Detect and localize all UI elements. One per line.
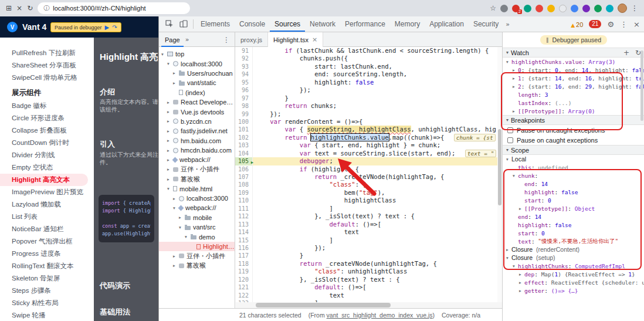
- sidebar-item[interactable]: Progress 进度条: [0, 248, 94, 260]
- close-tab-icon[interactable]: ×: [16, 5, 22, 12]
- chevron-closed-icon[interactable]: ▸: [173, 263, 178, 268]
- sidebar-item[interactable]: SwipeCell 滑动单元格: [0, 72, 94, 84]
- add-watch-icon[interactable]: +: [623, 49, 629, 57]
- watch-row[interactable]: ▸1: {start: 14, end: 16, highlight: true…: [503, 74, 644, 82]
- tree-item[interactable]: ▸React Developer Tools: [159, 97, 235, 107]
- scope-row[interactable]: ▾highlightChunks: ComputedRefImpl: [503, 262, 644, 270]
- code-line[interactable]: 102 return highlightChunks.value.map((ch…: [235, 134, 502, 141]
- sidebar-item[interactable]: Badge 徽标: [0, 100, 94, 112]
- tab-network[interactable]: Network: [305, 16, 340, 32]
- chevron-open-icon[interactable]: ▾: [506, 157, 511, 162]
- chevron-open-icon[interactable]: ▾: [513, 173, 518, 178]
- code-line[interactable]: 94 end: sourceString.length,: [235, 70, 502, 78]
- extension-icon[interactable]: [524, 5, 531, 12]
- inspect-element-icon[interactable]: [165, 20, 174, 28]
- scope-row[interactable]: ▸getter: ()=> {…}: [503, 286, 644, 295]
- line-number[interactable]: 105: [235, 157, 253, 165]
- code-line[interactable]: 120 }, _isSlot(text) ? text : {: [235, 276, 502, 283]
- navigator-tab-page[interactable]: Page: [161, 32, 184, 47]
- browser-menu-icon[interactable]: ⋮: [631, 5, 638, 12]
- line-number[interactable]: 114: [235, 228, 253, 236]
- code-line[interactable]: 97 }: [235, 94, 502, 102]
- line-number[interactable]: 101: [235, 126, 253, 133]
- code-line[interactable]: 91 if (lastChunk && lastChunk.end < sour…: [235, 47, 502, 55]
- chevron-down-icon[interactable]: ▾: [506, 147, 509, 153]
- line-number[interactable]: 113: [235, 221, 253, 228]
- sidebar-item[interactable]: NoticeBar 通知栏: [0, 223, 94, 235]
- tree-item[interactable]: ▾vant/src: [159, 222, 235, 232]
- scope-row[interactable]: text: "慢慢来,不要急,生活给你出了": [503, 237, 644, 245]
- sidebar-item[interactable]: ShareSheet 分享面板: [0, 59, 94, 72]
- tree-item[interactable]: ▸localhost:3000: [159, 194, 235, 203]
- sidebar-item[interactable]: Steps 步骤条: [0, 285, 94, 297]
- chevron-open-icon[interactable]: ▾: [179, 225, 184, 230]
- tree-item[interactable]: ▸篡改猴: [159, 174, 235, 184]
- extension-icon[interactable]: [606, 5, 614, 12]
- code-line[interactable]: 119 "class": unhighlightClass: [235, 268, 502, 275]
- code-line[interactable]: 106 if (highlight) {: [235, 165, 502, 173]
- sidebar-item[interactable]: PullRefresh 下拉刷新: [0, 47, 94, 59]
- line-number[interactable]: 117: [235, 252, 253, 259]
- scope-row[interactable]: ▾Local: [503, 155, 644, 163]
- devtools-menu-icon[interactable]: ⋮: [620, 20, 628, 29]
- tree-item[interactable]: ▸hmcdn.baidu.com: [159, 146, 235, 155]
- sidebar-item[interactable]: List 列表: [0, 211, 94, 223]
- chevron-open-icon[interactable]: ▾: [161, 52, 167, 57]
- code-line[interactable]: 111 ]: [235, 205, 502, 212]
- tab-performance[interactable]: Performance: [340, 16, 390, 32]
- line-number[interactable]: 95: [235, 79, 253, 86]
- code-line[interactable]: 115 ]: [235, 236, 502, 244]
- breakpoint-option[interactable]: Pause on caught exceptions: [503, 135, 644, 145]
- sidebar-item[interactable]: CountDown 倒计时: [0, 137, 94, 149]
- breakpoint-option[interactable]: Pause on uncaught exceptions: [503, 125, 644, 135]
- extension-icon[interactable]: [500, 5, 508, 12]
- sidebar-item[interactable]: Collapse 折叠面板: [0, 124, 94, 137]
- chevron-open-icon[interactable]: ▾: [167, 61, 172, 66]
- line-number[interactable]: 122: [235, 292, 253, 299]
- chevron-closed-icon[interactable]: ▸: [173, 196, 178, 201]
- code-line[interactable]: 107 return _createVNode(highlightTag, {: [235, 173, 502, 181]
- sidebar-item[interactable]: Lazyload 懒加载: [0, 198, 94, 211]
- tree-item[interactable]: ▸fastly.jsdelivr.net: [159, 126, 235, 136]
- line-number[interactable]: 99: [235, 110, 253, 118]
- sidebar-item[interactable]: Skeleton 骨架屏: [0, 272, 94, 285]
- tree-item[interactable]: ▸篡改猴: [159, 261, 235, 271]
- chevron-closed-icon[interactable]: ▸: [167, 148, 172, 153]
- tree-item[interactable]: ▸vant/static: [159, 78, 235, 87]
- navigator-more-tabs-icon[interactable]: »: [184, 36, 191, 43]
- breakpoints-section-header[interactable]: ▾ Breakpoints: [503, 115, 644, 125]
- line-number[interactable]: 108: [235, 181, 253, 188]
- code-line[interactable]: 110 highlightClass: [235, 197, 502, 204]
- scope-row[interactable]: start: 0: [503, 196, 644, 204]
- code-line[interactable]: 112 }, _isSlot(text) ? text : {: [235, 212, 502, 220]
- tree-item[interactable]: ▾localhost:3000: [159, 59, 235, 68]
- code-line[interactable]: 100 var renderContent = ()=>{: [235, 118, 502, 126]
- chevron-closed-icon[interactable]: ▸: [519, 288, 524, 293]
- tree-item[interactable]: ▸b.yzcdn.cn: [159, 117, 235, 126]
- chevron-closed-icon[interactable]: ▸: [167, 109, 172, 114]
- source-file-link[interactable]: vant_src_highlight_demo_index_vue.js: [327, 312, 433, 319]
- url-bar[interactable]: ⓘ localhost:3000/#/zh-CN/highlight: [38, 2, 190, 14]
- chevron-open-icon[interactable]: ▾: [167, 186, 172, 191]
- vant-title[interactable]: Vant 4: [22, 22, 46, 32]
- extension-icon[interactable]: [582, 5, 590, 12]
- tab-security[interactable]: Security: [469, 16, 503, 32]
- extension-icon[interactable]: 2: [512, 5, 520, 12]
- close-tab-icon[interactable]: ×: [312, 36, 317, 43]
- line-number[interactable]: 110: [235, 197, 253, 204]
- warnings-indicator[interactable]: ▲20: [571, 19, 583, 29]
- code-line[interactable]: 109 bem("tag"),: [235, 189, 502, 197]
- tab-sources[interactable]: Sources: [270, 16, 305, 32]
- chevron-closed-icon[interactable]: ▸: [167, 177, 172, 182]
- tree-item[interactable]: ▾top: [159, 49, 235, 59]
- checkbox[interactable]: [507, 127, 513, 133]
- chevron-closed-icon[interactable]: ▸: [167, 129, 172, 134]
- extension-icon[interactable]: [547, 5, 555, 12]
- sidebar-item-active[interactable]: Highlight 高亮文本: [0, 174, 88, 186]
- watch-section-header[interactable]: ▾ Watch +↻: [503, 48, 644, 58]
- watch-row[interactable]: ▸0: {start: 0, end: 14, highlight: false…: [503, 66, 644, 74]
- tree-item[interactable]: ▸webpack://: [159, 155, 235, 164]
- chevron-closed-icon[interactable]: ▸: [167, 100, 172, 105]
- scope-section-header[interactable]: ▾ Scope: [503, 145, 644, 155]
- scope-row[interactable]: highlight: false: [503, 188, 644, 196]
